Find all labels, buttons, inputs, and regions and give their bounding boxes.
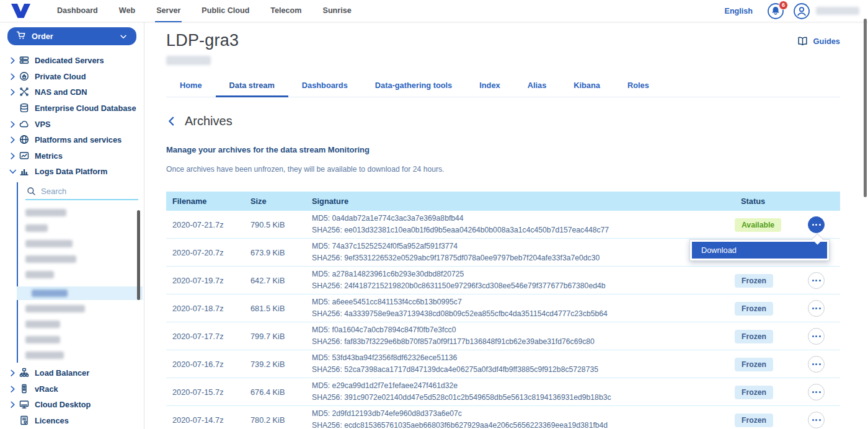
monitor-icon	[19, 399, 30, 410]
row-actions-button[interactable]	[808, 216, 825, 233]
sidebar-item-metrics[interactable]: Metrics	[0, 148, 144, 164]
archive-row-2020-07-18.7z: 2020-07-18.7z681.5 KiBMD5: a6eee5451cc84…	[166, 294, 840, 322]
book-icon	[797, 36, 808, 46]
archive-sha256: SHA256: 4a3339758e9ea37139438cd08b09c52e…	[312, 308, 733, 320]
sidebar-item-label: Logs Data Platform	[35, 167, 107, 176]
download-menu-item[interactable]: Download	[692, 242, 827, 259]
licence-icon	[19, 415, 30, 426]
archive-sha256: SHA256: 9ef3531226532e0529abc9f17875df07…	[312, 252, 733, 264]
chevron-right-icon[interactable]	[8, 72, 17, 81]
sidebar-item-dedicated-servers[interactable]: Dedicated Servers	[0, 53, 144, 69]
vrack-icon	[19, 384, 30, 394]
user-icon	[794, 11, 810, 21]
archive-size: 739.2 KiB	[250, 360, 312, 369]
chevron-right-icon[interactable]	[8, 135, 17, 144]
tab-dashboards[interactable]: Dashboards	[288, 76, 361, 97]
sidebar-item-label: VPS	[35, 120, 51, 129]
row-actions-button[interactable]	[808, 356, 825, 373]
chevron-right-icon[interactable]	[8, 400, 17, 409]
sidebar-item-platforms-and-services[interactable]: Platforms and services	[0, 132, 144, 148]
sidebar-item-enterprise-cloud-database[interactable]: Enterprise Cloud Database	[0, 100, 144, 117]
tab-data-stream[interactable]: Data stream	[216, 76, 288, 97]
sidebar-item-vrack[interactable]: vRack	[0, 381, 144, 397]
topnav-link-dashboard[interactable]: Dashboard	[56, 0, 99, 22]
archive-row-2020-07-16.7z: 2020-07-16.7z739.2 KiBMD5: 53fd43ba94f23…	[166, 350, 840, 378]
status-badge: Frozen	[735, 386, 773, 399]
column-header-size: Size	[250, 197, 312, 206]
service-search[interactable]	[25, 185, 138, 200]
chevron-right-icon[interactable]	[8, 87, 17, 97]
ovh-logo[interactable]	[10, 3, 31, 19]
sidebar-item-load-balancer[interactable]: Load Balancer	[0, 365, 144, 381]
sidebar-item-licences[interactable]: Licences	[0, 413, 144, 429]
service-list-item[interactable]	[25, 240, 73, 247]
notifications-button[interactable]: 6	[768, 3, 784, 19]
chevron-right-icon[interactable]	[8, 120, 17, 129]
row-actions-button[interactable]	[808, 272, 825, 289]
row-actions-button[interactable]	[808, 412, 825, 428]
topnav-link-public-cloud[interactable]: Public Cloud	[200, 0, 250, 22]
archive-md5: MD5: 2d9fd12193db74efe960d8d373a6e07c	[312, 408, 733, 420]
sidebar: Order Dedicated ServersPrivate CloudNAS …	[0, 22, 144, 429]
archive-filename: 2020-07-19.7z	[172, 276, 250, 285]
chevron-right-icon[interactable]	[8, 151, 17, 161]
row-actions-button[interactable]	[808, 300, 825, 317]
search-icon	[27, 187, 36, 196]
service-list-item[interactable]	[25, 209, 66, 216]
service-list-redacted	[25, 209, 140, 363]
service-list-item[interactable]	[25, 255, 76, 263]
search-input[interactable]	[41, 187, 128, 196]
row-actions-button[interactable]	[808, 328, 825, 345]
sidebar-item-private-cloud[interactable]: Private Cloud	[0, 69, 144, 85]
page-scrollbar[interactable]	[864, 19, 867, 197]
tab-kibana[interactable]: Kibana	[560, 76, 614, 97]
tab-roles[interactable]: Roles	[614, 76, 663, 97]
tab-data-gathering-tools[interactable]: Data-gathering tools	[361, 76, 466, 97]
service-list-item[interactable]	[25, 336, 60, 343]
tab-alias[interactable]: Alias	[514, 76, 560, 97]
sidebar-item-label: Load Balancer	[35, 368, 89, 378]
language-selector[interactable]: English	[725, 7, 753, 15]
service-list-item-selected[interactable]	[17, 286, 143, 300]
sidebar-item-cloud-desktop[interactable]: Cloud Desktop	[0, 397, 144, 413]
main-content: LDP-gra3 Guides HomeData streamDashboard…	[144, 22, 868, 429]
globe-icon	[19, 135, 30, 145]
row-actions-button[interactable]	[808, 384, 825, 400]
sidebar-item-label: Dedicated Servers	[35, 56, 104, 65]
sidebar-item-nas-and-cdn[interactable]: NAS and CDN	[0, 84, 144, 100]
chevron-right-icon[interactable]	[8, 56, 17, 65]
sidebar-item-label: Cloud Desktop	[35, 400, 91, 409]
service-list-item[interactable]	[25, 224, 48, 232]
topnav-link-web[interactable]: Web	[118, 0, 136, 22]
topnav-link-telecom[interactable]: Telecom	[269, 0, 303, 22]
archives-note: Once archives have been unfrozen, they w…	[166, 165, 840, 174]
sidebar-item-logs-data-platform[interactable]: Logs Data Platform	[0, 164, 144, 180]
service-list-item[interactable]	[25, 352, 64, 359]
archive-size: 790.5 KiB	[250, 220, 312, 229]
archives-back-link[interactable]: Archives	[166, 114, 840, 128]
topnav-link-sunrise[interactable]: Sunrise	[322, 0, 353, 22]
archive-row-2020-07-21.7z: 2020-07-21.7z790.5 KiBMD5: 0a4dab72a1e77…	[166, 211, 840, 239]
service-list-item[interactable]	[25, 271, 54, 278]
tab-index[interactable]: Index	[466, 76, 513, 97]
chevron-right-icon[interactable]	[8, 368, 17, 378]
archive-filename: 2020-07-18.7z	[172, 304, 250, 313]
chevron-right-icon[interactable]	[8, 384, 17, 394]
sidebar-item-label: NAS and CDN	[35, 87, 87, 97]
service-list-item[interactable]	[25, 321, 60, 328]
service-list-scrollbar[interactable]	[137, 210, 140, 300]
user-account-button[interactable]	[794, 3, 810, 19]
archive-size: 780.2 KiB	[250, 415, 312, 425]
service-list-item[interactable]	[25, 305, 85, 312]
top-navigation: DashboardWebServerPublic CloudTelecomSun…	[0, 0, 868, 22]
tab-home[interactable]: Home	[166, 76, 216, 97]
sidebar-item-vps[interactable]: VPS	[0, 116, 144, 132]
archive-size: 673.9 KiB	[250, 248, 312, 257]
guides-button[interactable]: Guides	[797, 36, 840, 46]
order-button[interactable]: Order	[7, 27, 136, 45]
archive-signature: MD5: 0a4dab72a1e774c3ac3a7e369a8bfb44SHA…	[312, 211, 733, 238]
topnav-link-server[interactable]: Server	[155, 0, 182, 22]
archive-md5: MD5: a278a14823961c6b293e30dbd8f20725	[312, 268, 733, 280]
archive-filename: 2020-07-16.7z	[172, 360, 250, 369]
chevron-down-icon[interactable]	[8, 167, 17, 176]
